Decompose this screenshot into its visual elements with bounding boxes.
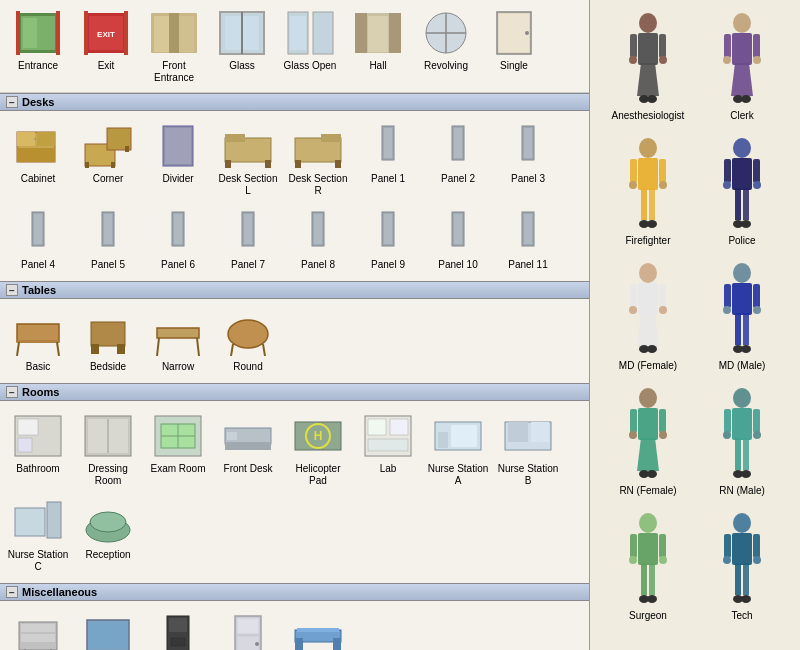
section-header-miscellaneous[interactable]: − Miscellaneous — [0, 583, 589, 601]
tables-item-bedside[interactable]: Bedside — [74, 305, 142, 377]
svg-rect-184 — [638, 283, 658, 315]
rooms-icon — [9, 411, 67, 461]
door-item-glass-open[interactable]: Glass Open — [276, 4, 344, 88]
character-firefighter[interactable]: Firefighter — [603, 129, 693, 250]
section-header-rooms[interactable]: − Rooms — [0, 383, 589, 401]
svg-rect-8 — [84, 11, 88, 55]
character-figure — [613, 383, 683, 483]
svg-rect-48 — [295, 160, 301, 168]
svg-rect-112 — [15, 508, 45, 536]
rooms-item-exam-room[interactable]: Exam Room — [144, 407, 212, 491]
character-police[interactable]: Police — [697, 129, 787, 250]
svg-rect-79 — [117, 344, 125, 354]
miscellaneous-item-stretcher[interactable]: Stretcher — [284, 607, 352, 650]
door-icon — [349, 8, 407, 58]
desks-item-panel-2[interactable]: Panel 2 — [424, 117, 492, 201]
rooms-item-lab[interactable]: Lab — [354, 407, 422, 491]
desks-item-panel-11[interactable]: Panel 11 — [494, 203, 562, 275]
svg-rect-78 — [91, 344, 99, 354]
desks-item-panel-10[interactable]: Panel 10 — [424, 203, 492, 275]
rooms-item-bathroom[interactable]: Bathroom — [4, 407, 72, 491]
svg-point-188 — [659, 306, 667, 314]
section-header-tables[interactable]: − Tables — [0, 281, 589, 299]
desks-item-panel-7[interactable]: Panel 7 — [214, 203, 282, 275]
desks-grid: Cabinet Corner Divider Desk Section L De… — [0, 111, 589, 281]
svg-point-187 — [629, 306, 637, 314]
character-anesthesiologist[interactable]: Anesthesiologist — [603, 4, 693, 125]
rooms-item-nurse-station-c[interactable]: Nurse Station C — [4, 493, 72, 577]
miscellaneous-item-ice-dispenser[interactable]: Ice Dispenser — [144, 607, 212, 650]
section-title: Miscellaneous — [22, 586, 97, 598]
door-item-entrance[interactable]: Entrance — [4, 4, 72, 88]
collapse-icon: − — [6, 586, 18, 598]
svg-rect-165 — [630, 159, 637, 183]
desks-item-panel-3[interactable]: Panel 3 — [494, 117, 562, 201]
desks-item-panel-1[interactable]: Panel 1 — [354, 117, 422, 201]
desks-item-desk-section-r[interactable]: Desk Section R — [284, 117, 352, 201]
door-item-hall[interactable]: Hall — [344, 4, 412, 88]
svg-rect-157 — [753, 34, 760, 58]
svg-rect-104 — [390, 419, 408, 435]
section-header-desks[interactable]: − Desks — [0, 93, 589, 111]
svg-rect-237 — [735, 563, 741, 595]
svg-rect-194 — [724, 284, 731, 308]
svg-point-191 — [647, 345, 657, 353]
miscellaneous-item-cart[interactable]: Cart — [4, 607, 72, 650]
character-label: Clerk — [730, 110, 753, 121]
desks-item-desk-section-l[interactable]: Desk Section L — [214, 117, 282, 201]
desks-item-panel-4[interactable]: Panel 4 — [4, 203, 72, 275]
door-item-glass[interactable]: Glass — [208, 4, 276, 88]
desks-item-cabinet[interactable]: Cabinet — [4, 117, 72, 201]
desks-item-divider[interactable]: Divider — [144, 117, 212, 201]
svg-rect-147 — [630, 34, 637, 58]
section-title: Tables — [22, 284, 56, 296]
character-md-male-[interactable]: MD (Male) — [697, 254, 787, 375]
desks-item-panel-9[interactable]: Panel 9 — [354, 203, 422, 275]
tables-label: Bedside — [90, 361, 126, 373]
desks-icon — [289, 121, 347, 171]
svg-line-76 — [57, 342, 59, 356]
door-item-exit[interactable]: EXIT Exit — [72, 4, 140, 88]
rooms-item-nurse-station-b[interactable]: Nurse Station B — [494, 407, 562, 491]
tables-item-round[interactable]: Round — [214, 305, 282, 377]
desks-item-corner[interactable]: Corner — [74, 117, 142, 201]
character-md-female-[interactable]: MD (Female) — [603, 254, 693, 375]
svg-rect-105 — [368, 439, 408, 451]
miscellaneous-item-mini-fridge[interactable]: Mini Fridge — [214, 607, 282, 650]
rooms-label: Exam Room — [150, 463, 205, 475]
character-rn-male-[interactable]: RN (Male) — [697, 379, 787, 500]
svg-point-158 — [723, 56, 731, 64]
door-item-front-entrance[interactable]: Front Entrance — [140, 4, 208, 88]
rooms-item-front-desk[interactable]: Front Desk — [214, 407, 282, 491]
character-surgeon[interactable]: Surgeon — [603, 504, 693, 625]
svg-rect-45 — [265, 160, 271, 168]
svg-line-84 — [231, 344, 233, 356]
svg-rect-14 — [169, 13, 179, 53]
character-clerk[interactable]: Clerk — [697, 4, 787, 125]
miscellaneous-item-fish-tank[interactable]: Fish Tank — [74, 607, 142, 650]
door-item-single[interactable]: Single — [480, 4, 548, 88]
rooms-item-nurse-station-a[interactable]: Nurse Station A — [424, 407, 492, 491]
svg-rect-212 — [732, 408, 752, 440]
door-item-revolving[interactable]: Revolving — [412, 4, 480, 88]
desks-icon — [219, 121, 277, 171]
character-label: RN (Female) — [619, 485, 676, 496]
desks-item-panel-5[interactable]: Panel 5 — [74, 203, 142, 275]
section-rooms: − Rooms Bathroom Dressing Room Exam Room… — [0, 383, 589, 583]
svg-point-167 — [629, 181, 637, 189]
door-label: Glass — [229, 60, 255, 72]
svg-rect-23 — [355, 13, 367, 53]
character-rn-female-[interactable]: RN (Female) — [603, 379, 693, 500]
svg-rect-174 — [732, 158, 752, 190]
rooms-item-dressing-room[interactable]: Dressing Room — [74, 407, 142, 491]
desks-item-panel-6[interactable]: Panel 6 — [144, 203, 212, 275]
tables-item-basic[interactable]: Basic — [4, 305, 72, 377]
desks-item-panel-8[interactable]: Panel 8 — [284, 203, 352, 275]
svg-point-240 — [741, 595, 751, 603]
character-label: Anesthesiologist — [612, 110, 685, 121]
character-tech[interactable]: Tech — [697, 504, 787, 625]
svg-point-192 — [733, 263, 751, 283]
rooms-item-helicopter-pad[interactable]: H Helicopter Pad — [284, 407, 352, 491]
rooms-item-reception[interactable]: Reception — [74, 493, 142, 577]
tables-item-narrow[interactable]: Narrow — [144, 305, 212, 377]
